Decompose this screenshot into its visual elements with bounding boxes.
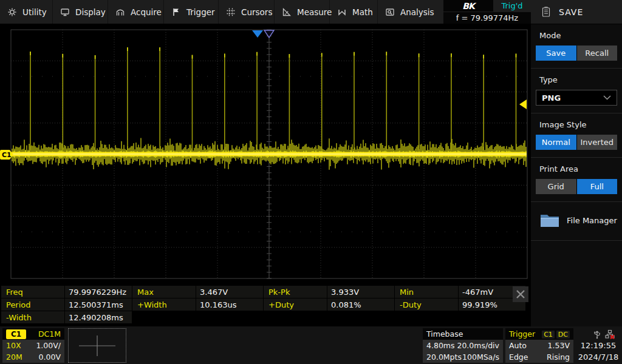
menu-label-measure: Measure — [297, 7, 332, 17]
menu-label-display: Display — [75, 7, 106, 17]
acquire-icon — [115, 7, 125, 17]
menu-analysis[interactable]: Analysis — [378, 0, 443, 24]
measurement-panel: Freq79.9976229Hz Max3.467V Pk-Pk3.933V M… — [1, 286, 531, 324]
menu-label-math: Math — [352, 7, 373, 17]
timebase-memory: 20.0Mpts — [426, 352, 462, 362]
save-list-icon — [542, 7, 550, 18]
timebase-delay: 4.80ms — [426, 341, 455, 350]
channel-offset: 0.00V — [39, 352, 61, 362]
file-type-dropdown[interactable]: PNG — [536, 90, 617, 106]
measurement-nwidth: -Width12.490208ms — [1, 311, 132, 323]
channel-coupling: DC1M — [38, 329, 61, 339]
measurement-period: Period12.500371ms — [1, 298, 132, 311]
image-style-inverted-button[interactable]: Inverted — [577, 135, 618, 150]
type-section: Type PNG — [531, 69, 622, 113]
measurement-row: Period12.500371ms +Width10.163us +Duty0.… — [1, 298, 531, 311]
image-style-label: Image Style — [539, 120, 617, 129]
print-area-section: Print Area Grid Full — [531, 158, 622, 202]
crosshair-icon — [76, 333, 118, 359]
mode-recall-button[interactable]: Recall — [577, 46, 618, 61]
clock-date: 2024/7/18 — [578, 351, 619, 363]
menu-acquire[interactable]: Acquire — [108, 0, 164, 24]
file-manager-section: File Manager — [531, 202, 622, 241]
measurement-row: Freq79.9976229Hz Max3.467V Pk-Pk3.933V M… — [1, 286, 531, 298]
clock-area: 12:19:55 2024/7/18 — [576, 328, 621, 363]
print-area-full-button[interactable]: Full — [577, 179, 618, 194]
mode-label: Mode — [539, 31, 617, 40]
measurement-label: Min — [395, 286, 458, 298]
trigger-position-marker — [252, 30, 263, 38]
menu-label-utility: Utility — [22, 7, 47, 17]
measurement-close-button[interactable] — [513, 286, 528, 302]
print-area-toggle: Grid Full — [536, 179, 617, 194]
waveform-display[interactable]: C1 — [0, 24, 530, 282]
file-type-value: PNG — [542, 93, 603, 103]
measurement-value: 12.500371ms — [65, 298, 132, 311]
timebase-scale: 20.0ms/div — [457, 341, 499, 350]
measurement-min: Min-467mV — [395, 286, 525, 298]
measurement-max: Max3.467V — [132, 286, 263, 298]
trigger-info-box[interactable]: Trigger C1DC Auto1.53V EdgeRising — [505, 328, 573, 363]
mode-toggle: Save Recall — [536, 46, 617, 61]
measurement-label: +Width — [132, 298, 196, 311]
measurement-label: +Duty — [264, 298, 327, 311]
menu-measure[interactable]: Measure — [275, 0, 330, 24]
image-style-toggle: Normal Inverted — [536, 135, 617, 150]
analysis-icon — [385, 7, 395, 17]
lan-disconnected-icon — [605, 329, 615, 339]
measurement-value: 3.933V — [327, 286, 394, 298]
trigger-delay-marker — [264, 30, 274, 38]
menu-cursors[interactable]: Cursors — [219, 0, 275, 24]
trigger-type: Edge — [509, 352, 528, 362]
channel-scale: 1.00V/ — [36, 341, 61, 350]
timebase-info-box[interactable]: Timebase 4.80ms20.0ms/div 20.0Mpts100MSa… — [423, 328, 503, 363]
save-menu-panel: SAVE Mode Save Recall Type PNG Image Sty… — [531, 0, 622, 326]
menu-label-trigger: Trigger — [186, 7, 215, 17]
close-icon — [515, 289, 526, 300]
image-style-section: Image Style Normal Inverted — [531, 113, 622, 158]
menu-trigger[interactable]: Trigger — [164, 0, 219, 24]
mode-save-button[interactable]: Save — [536, 46, 576, 61]
math-icon — [337, 7, 347, 17]
measurement-pkpk: Pk-Pk3.933V — [264, 286, 394, 298]
menu-label-acquire: Acquire — [131, 7, 162, 17]
brand-logo-text: BK — [462, 1, 474, 11]
chevron-down-icon — [603, 95, 611, 100]
menu-display[interactable]: Display — [53, 0, 108, 24]
oscilloscope-screen: Utility Display Acquire Trigger Cursors — [0, 0, 622, 364]
menu-utility[interactable]: Utility — [0, 0, 53, 24]
folder-icon — [539, 212, 560, 228]
measurement-label: -Duty — [395, 298, 458, 311]
measurement-row: -Width12.490208ms — [1, 311, 531, 323]
brand-logo: BK — [443, 0, 493, 12]
measurement-freq: Freq79.9976229Hz — [1, 286, 132, 298]
trigger-title: Trigger — [509, 329, 535, 339]
image-style-normal-button[interactable]: Normal — [536, 135, 576, 150]
menu-label-cursors: Cursors — [241, 7, 272, 17]
file-manager-button[interactable]: File Manager — [536, 207, 617, 233]
trigger-state-indicator: Trig'd — [493, 0, 531, 12]
timebase-samplerate: 100MSa/s — [462, 352, 499, 362]
save-menu-header: SAVE — [531, 0, 622, 24]
channel1-info-box[interactable]: C1 DC1M 10X1.00V/ 20M0.00V — [2, 328, 64, 363]
measurement-value: 79.9976229Hz — [65, 286, 132, 298]
trigger-level: 1.53V — [548, 341, 570, 350]
trigger-source-badge: C1 — [542, 331, 555, 339]
clock-time: 12:19:55 — [581, 340, 616, 351]
menu-math[interactable]: Math — [330, 0, 378, 24]
print-area-grid-button[interactable]: Grid — [536, 179, 576, 194]
measurement-label: Freq — [1, 286, 64, 298]
type-label: Type — [539, 75, 617, 84]
channel-probe: 10X — [6, 341, 21, 350]
trigger-level-marker — [519, 99, 527, 109]
mode-section: Mode Save Recall — [531, 24, 622, 69]
measure-icon — [282, 7, 292, 17]
measurement-label: Pk-Pk — [264, 286, 327, 298]
measurement-nduty: -Duty99.919% — [395, 298, 525, 311]
save-menu-title: SAVE — [559, 7, 583, 17]
measurement-value: 12.490208ms — [65, 311, 132, 323]
menu-label-analysis: Analysis — [400, 7, 434, 17]
display-icon — [60, 7, 70, 17]
gear-icon — [7, 7, 17, 17]
empty-channel-slot[interactable] — [68, 328, 126, 363]
